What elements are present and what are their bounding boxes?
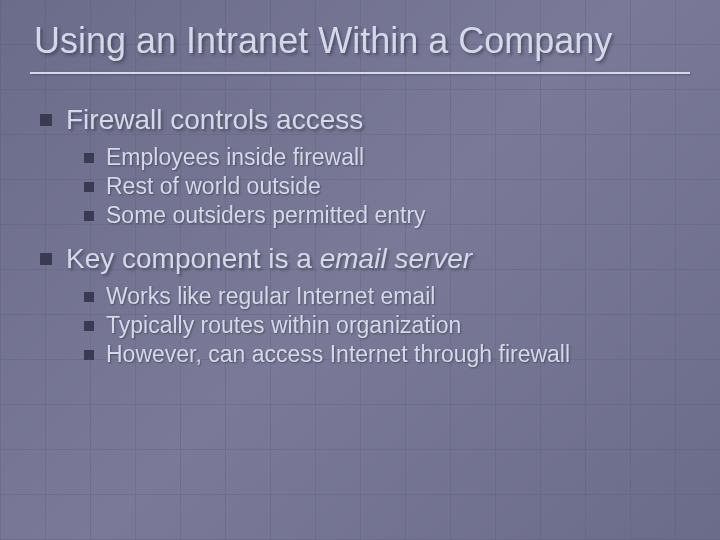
section-heading: Firewall controls access bbox=[66, 104, 363, 136]
list-item: Some outsiders permitted entry bbox=[106, 202, 426, 229]
bullet-level2: Works like regular Internet email bbox=[84, 283, 690, 310]
square-bullet-icon bbox=[40, 253, 52, 265]
square-bullet-icon bbox=[84, 182, 94, 192]
square-bullet-icon bbox=[84, 350, 94, 360]
list-item: However, can access Internet through fir… bbox=[106, 341, 570, 368]
bullet-level2: Employees inside firewall bbox=[84, 144, 690, 171]
section-2: Key component is a email server Works li… bbox=[40, 243, 690, 368]
list-item: Typically routes within organization bbox=[106, 312, 461, 339]
square-bullet-icon bbox=[84, 211, 94, 221]
bullet-level2: Typically routes within organization bbox=[84, 312, 690, 339]
list-item: Rest of world outside bbox=[106, 173, 321, 200]
slide-title: Using an Intranet Within a Company bbox=[30, 20, 690, 62]
slide-content: Firewall controls access Employees insid… bbox=[30, 104, 690, 368]
title-underline bbox=[30, 72, 690, 74]
heading-prefix: Key component is a bbox=[66, 243, 320, 274]
section-heading: Key component is a email server bbox=[66, 243, 472, 275]
section-1: Firewall controls access Employees insid… bbox=[40, 104, 690, 229]
list-item: Employees inside firewall bbox=[106, 144, 364, 171]
slide-container: Using an Intranet Within a Company Firew… bbox=[0, 0, 720, 540]
square-bullet-icon bbox=[40, 114, 52, 126]
square-bullet-icon bbox=[84, 321, 94, 331]
bullet-level2: Some outsiders permitted entry bbox=[84, 202, 690, 229]
bullet-level2: Rest of world outside bbox=[84, 173, 690, 200]
heading-italic: email server bbox=[320, 243, 472, 274]
square-bullet-icon bbox=[84, 292, 94, 302]
bullet-level2: However, can access Internet through fir… bbox=[84, 341, 690, 368]
bullet-level1: Key component is a email server bbox=[40, 243, 690, 275]
square-bullet-icon bbox=[84, 153, 94, 163]
bullet-level1: Firewall controls access bbox=[40, 104, 690, 136]
list-item: Works like regular Internet email bbox=[106, 283, 435, 310]
